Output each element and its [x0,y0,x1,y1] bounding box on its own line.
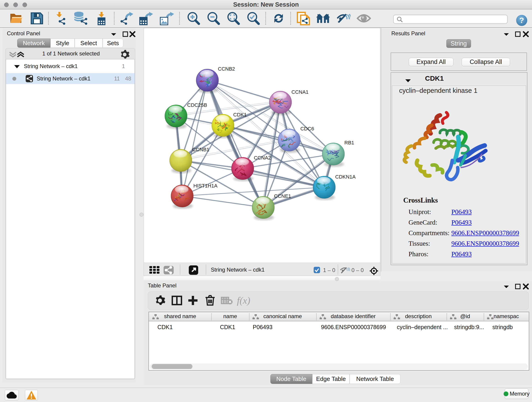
svg-text:CCNE1: CCNE1 [274,193,291,199]
svg-text:RB1: RB1 [344,140,354,146]
svg-text:CDC25B: CDC25B [187,102,207,108]
svg-text:CCNB1: CCNB1 [192,147,209,153]
svg-text:?: ? [519,16,524,25]
svg-text:HIST1H1A: HIST1H1A [193,183,217,189]
svg-text:CCNA2: CCNA2 [254,155,271,161]
svg-text:CCNB2: CCNB2 [218,66,235,72]
svg-text:CCNA1: CCNA1 [291,89,309,95]
svg-text:CDKN1A: CDKN1A [335,174,356,180]
svg-text:CDK1: CDK1 [233,112,247,118]
svg-text:CDC6: CDC6 [300,126,314,132]
